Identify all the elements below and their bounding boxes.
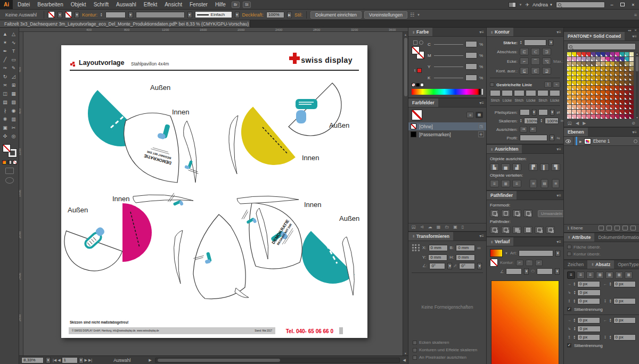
- pantone-swatch[interactable]: [615, 105, 620, 110]
- dash-field[interactable]: [537, 90, 548, 96]
- horizontal-ruler[interactable]: 4008001200160020002400280032003600: [19, 28, 408, 32]
- pantone-swatch[interactable]: [596, 86, 601, 90]
- channel-slider[interactable]: [434, 55, 463, 56]
- opacity-dropdown[interactable]: ▶: [287, 12, 292, 18]
- crescent-shape[interactable]: [229, 115, 238, 174]
- paintbrush-tool[interactable]: ✑: [1, 64, 9, 72]
- hyphenation-option[interactable]: ✓Silbentrennung: [564, 342, 639, 350]
- lasso-tool[interactable]: ∿: [10, 38, 18, 46]
- justify-last-center-icon[interactable]: ≣: [605, 271, 613, 279]
- align-top-icon[interactable]: ▛: [529, 163, 538, 171]
- menu-item-hilfe[interactable]: Hilfe: [211, 2, 230, 7]
- pantone-swatch[interactable]: [577, 62, 581, 67]
- target-circle-icon[interactable]: [634, 139, 637, 143]
- space-after-field[interactable]: 0 px: [613, 334, 636, 341]
- menu-item-ansicht[interactable]: Ansicht: [161, 2, 186, 7]
- stroke-link[interactable]: Kontur:: [82, 12, 97, 18]
- shear-dropdown[interactable]: ▼: [477, 263, 482, 269]
- color-button[interactable]: [2, 160, 6, 164]
- minimize-button[interactable]: –: [608, 2, 616, 8]
- pantone-swatch[interactable]: [581, 95, 586, 100]
- option-konturen-und-effekte-skalieren[interactable]: Konturen und Effekte skalieren: [413, 348, 482, 352]
- pantone-swatch[interactable]: [601, 110, 605, 114]
- selection-tool[interactable]: ▲: [1, 30, 9, 38]
- dash-field[interactable]: [502, 90, 512, 96]
- shear-field[interactable]: 0°: [459, 263, 475, 269]
- restore-button[interactable]: [619, 2, 626, 8]
- pantone-swatch[interactable]: [591, 57, 596, 62]
- align-dash-icon[interactable]: ⌁: [553, 81, 560, 88]
- horizontal-scrollbar[interactable]: [155, 358, 400, 363]
- direct-selection-tool[interactable]: △: [10, 30, 18, 38]
- stock-button[interactable]: St: [243, 2, 251, 8]
- arrow-end-icon[interactable]: ⇤: [529, 126, 537, 133]
- pantone-swatch[interactable]: [577, 110, 581, 114]
- pasteboard[interactable]: Layoutvorlage Stahlpavillon 4x4m: [23, 32, 408, 355]
- pantone-swatch[interactable]: [625, 81, 629, 86]
- expand-layer-icon[interactable]: ▶: [579, 139, 582, 143]
- pantone-swatch[interactable]: [567, 52, 572, 57]
- pantone-swatch[interactable]: [620, 95, 625, 100]
- pantone-swatch[interactable]: [596, 95, 601, 100]
- pantone-swatch[interactable]: [620, 57, 625, 62]
- option-an-pixelraster-ausrichten[interactable]: An Pixelraster ausrichten: [413, 355, 482, 360]
- pantone-swatch[interactable]: [591, 95, 596, 100]
- pantone-swatch[interactable]: [615, 95, 620, 100]
- pantone-swatch[interactable]: [601, 67, 605, 71]
- gradient-tool[interactable]: ▧: [10, 98, 18, 106]
- dash-field[interactable]: [490, 90, 501, 96]
- pantone-swatch[interactable]: [577, 71, 581, 76]
- tab-attribute[interactable]: ⇕Attribute: [564, 233, 594, 242]
- pantone-swatch[interactable]: [567, 105, 572, 110]
- bridge-button[interactable]: Br: [232, 2, 240, 8]
- grid-view-icon[interactable]: ▦: [476, 112, 483, 118]
- white-swatch[interactable]: [420, 83, 424, 87]
- scroll-right-icon[interactable]: ◀: [403, 358, 406, 362]
- layer-row[interactable]: ▶ Ebene 1: [564, 137, 639, 146]
- bevel-join-icon[interactable]: ◹: [542, 57, 551, 65]
- projecting-cap-icon[interactable]: ⊐: [542, 48, 551, 55]
- pantone-swatch[interactable]: [629, 71, 634, 76]
- stroke-center-icon[interactable]: ⊑: [520, 67, 529, 75]
- swatch-edit-icon[interactable]: ◳: [478, 123, 484, 129]
- pantone-swatch[interactable]: [567, 67, 572, 71]
- fill-stroke-indicator[interactable]: [3, 144, 17, 157]
- pantone-swatch[interactable]: [615, 57, 620, 62]
- stroke-within-icon[interactable]: ⌐: [516, 260, 523, 266]
- opacity-field[interactable]: 100%: [266, 12, 284, 18]
- panel-menu-icon[interactable]: ▾≡: [554, 191, 563, 200]
- delete-layer-icon[interactable]: [630, 226, 636, 230]
- pantone-swatch[interactable]: [620, 71, 625, 76]
- pantone-swatch[interactable]: [586, 62, 591, 67]
- style-link[interactable]: Stil:: [294, 12, 302, 18]
- status-expand-icon[interactable]: ▶: [149, 358, 151, 362]
- stroke-width-dropdown[interactable]: ▼: [128, 12, 133, 18]
- pantone-swatch[interactable]: [591, 114, 596, 119]
- pantone-swatch[interactable]: [615, 67, 620, 71]
- menu-item-fenster[interactable]: Fenster: [186, 2, 211, 7]
- pantone-swatch[interactable]: [586, 95, 591, 100]
- pantone-swatch[interactable]: [605, 67, 610, 71]
- unite-icon[interactable]: [490, 210, 499, 217]
- text-options-icon[interactable]: ☷: [410, 12, 414, 18]
- pantone-swatch[interactable]: [596, 57, 601, 62]
- stroke-swatch[interactable]: [65, 11, 72, 18]
- dash-field[interactable]: [526, 90, 536, 96]
- pantone-swatch[interactable]: [596, 81, 601, 86]
- document-setup-button[interactable]: Dokument einrichten: [310, 11, 362, 19]
- pantone-swatch[interactable]: [601, 71, 605, 76]
- horizontal-scroll-thumb[interactable]: [158, 359, 280, 362]
- angle-dropdown[interactable]: ▼: [524, 268, 529, 275]
- pantone-swatch[interactable]: [572, 105, 577, 110]
- pantone-swatch[interactable]: [629, 76, 634, 81]
- pantone-swatch[interactable]: [591, 67, 596, 71]
- pantone-swatch[interactable]: [581, 105, 586, 110]
- pantone-swatch[interactable]: [572, 100, 577, 105]
- gradient-button[interactable]: [7, 160, 12, 164]
- pantone-swatch[interactable]: [596, 105, 601, 110]
- exclude-icon[interactable]: [523, 210, 532, 217]
- trim-icon[interactable]: [501, 226, 510, 234]
- chevron-down-icon[interactable]: ▼: [417, 13, 420, 16]
- pantone-swatch[interactable]: [605, 81, 610, 86]
- pantone-swatch[interactable]: [620, 52, 625, 57]
